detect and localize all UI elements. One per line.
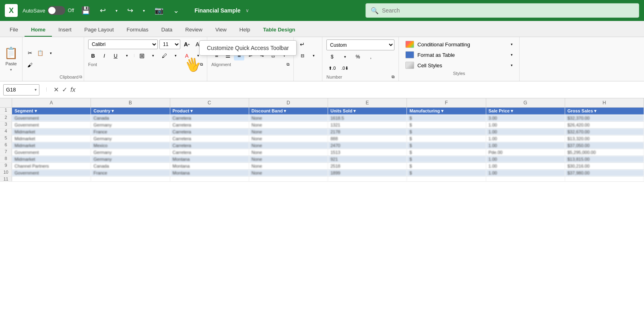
- number-group-label: Number: [326, 75, 342, 79]
- underline-dropdown-button[interactable]: ▾: [122, 51, 132, 60]
- currency-button[interactable]: $: [326, 52, 338, 62]
- ribbon-tabs: File Home Insert Page Layout Formulas Da…: [0, 21, 644, 37]
- autosave-state: Off: [68, 8, 74, 13]
- font-dialog-icon[interactable]: ⧉: [200, 62, 203, 67]
- clipboard-dialog-icon[interactable]: ⧉: [79, 75, 82, 79]
- redo-button[interactable]: ↪: [125, 4, 136, 17]
- number-dialog-icon[interactable]: ⧉: [392, 75, 394, 79]
- table-row: 11: [0, 177, 644, 182]
- confirm-formula-icon[interactable]: ✓: [62, 86, 67, 93]
- table-header-row: 1 Segment ▾ Country ▾ Product ▾ Discount…: [0, 108, 644, 115]
- formula-bar: G18 ▾ ⋮ ✕ ✓ fx: [0, 81, 644, 98]
- tab-data[interactable]: Data: [155, 23, 179, 37]
- search-box[interactable]: 🔍: [365, 3, 639, 18]
- tab-view[interactable]: View: [209, 23, 233, 37]
- table-row: 9 Channel Partners Canada Montana None 2…: [0, 163, 644, 170]
- underline-button[interactable]: U: [111, 51, 120, 60]
- title-bar: X AutoSave Off 💾 ↩ ▾ ↪ ▾ 📷 ⌄ Financial S…: [0, 0, 644, 21]
- font-size-select[interactable]: 11: [159, 39, 180, 49]
- tooltip-popup: Customize Quick Access Toolbar: [199, 40, 297, 56]
- tab-help[interactable]: Help: [233, 23, 257, 37]
- merge-center-button[interactable]: ⊟: [297, 51, 308, 60]
- cell-styles-label: Cell Styles: [417, 62, 442, 69]
- autosave-area: AutoSave Off: [23, 6, 74, 15]
- borders-button[interactable]: ⊞: [137, 51, 147, 60]
- clipboard-group: 📋 Paste ▾ ✂ 📋 ▾ 🖌: [0, 37, 84, 81]
- fat-icon: [405, 51, 414, 58]
- spreadsheet-area: A B C D E F G H 1 Segment ▾ Country ▾ Pr…: [0, 98, 644, 322]
- table-row: 5 Midmarket Germany Carretera None 888 $…: [0, 135, 644, 142]
- name-options-icon[interactable]: ⋮: [43, 85, 50, 94]
- alignment-group-label: Alignment: [211, 62, 231, 67]
- cell-reference-box[interactable]: G18 ▾: [3, 84, 39, 96]
- formula-input[interactable]: [78, 84, 641, 96]
- ribbon: 📋 Paste ▾ ✂ 📋 ▾ 🖌: [0, 37, 644, 81]
- alignment-dialog-icon[interactable]: ⧉: [287, 62, 289, 67]
- percent-button[interactable]: %: [352, 52, 363, 62]
- camera-button[interactable]: 📷: [152, 4, 166, 17]
- italic-button[interactable]: I: [99, 51, 109, 60]
- fill-dropdown-button[interactable]: ▾: [171, 51, 180, 60]
- styles-group-label: Styles: [403, 71, 515, 76]
- column-headers: A B C D E F G H: [0, 98, 644, 108]
- cs-icon: [405, 62, 414, 69]
- cut-button[interactable]: ✂: [25, 48, 35, 58]
- font-group-label: Font: [88, 62, 97, 67]
- insert-function-icon[interactable]: fx: [70, 86, 75, 93]
- table-row: 3 Government Germany Carretera None 1321…: [0, 122, 644, 129]
- font-name-select[interactable]: Calibri: [88, 39, 158, 49]
- tab-page-layout[interactable]: Page Layout: [78, 23, 120, 37]
- table-row: 2 Government Canada Carretera None 1618.…: [0, 115, 644, 122]
- number-format-select[interactable]: Custom: [326, 39, 394, 50]
- save-button[interactable]: 💾: [79, 4, 93, 17]
- table-row: 4 Midmarket France Carretera None 2178 $…: [0, 129, 644, 135]
- format-as-table-button[interactable]: Format as Table ▾: [403, 50, 515, 60]
- undo-dropdown-button[interactable]: ▾: [113, 7, 120, 15]
- paste-icon: 📋: [4, 46, 18, 60]
- excel-logo: X: [5, 4, 18, 17]
- tab-file[interactable]: File: [3, 23, 25, 37]
- tab-review[interactable]: Review: [179, 23, 209, 37]
- tab-home[interactable]: Home: [25, 23, 52, 37]
- tab-table-design[interactable]: Table Design: [257, 23, 302, 37]
- styles-group: Conditional Formatting ▾ Format as Table…: [399, 37, 520, 81]
- redo-dropdown-button[interactable]: ▾: [140, 7, 147, 15]
- tooltip-text: Customize Quick Access Toolbar: [207, 45, 289, 51]
- decimal-decrease-button[interactable]: .0⬇: [339, 63, 351, 73]
- number-group: Custom $ ▾ % , ⬆.0 .0⬇ Number ⧉: [322, 37, 399, 81]
- paste-button[interactable]: 📋 Paste ▾: [0, 37, 23, 81]
- search-icon: 🔍: [371, 7, 379, 15]
- autosave-toggle[interactable]: [47, 6, 65, 15]
- copy-button[interactable]: 📋: [35, 48, 45, 58]
- undo-button[interactable]: ↩: [97, 4, 108, 17]
- conditional-formatting-label: Conditional Formatting: [417, 42, 470, 48]
- borders-dropdown-button[interactable]: ▾: [148, 51, 158, 60]
- comma-button[interactable]: ,: [365, 52, 376, 62]
- increase-font-button[interactable]: A+: [182, 39, 192, 49]
- fill-color-button[interactable]: 🖊: [159, 51, 169, 60]
- table-row: 8 Midmarket Germany Montana None 921 $ 1…: [0, 156, 644, 163]
- bold-button[interactable]: B: [88, 51, 98, 60]
- copy-dropdown-button[interactable]: ▾: [46, 48, 56, 58]
- currency-dropdown[interactable]: ▾: [339, 52, 351, 62]
- search-input[interactable]: [382, 7, 634, 14]
- toggle-knob: [48, 7, 56, 14]
- wrap-text-btn2[interactable]: ↵: [297, 39, 308, 49]
- font-color-button[interactable]: A: [182, 51, 192, 60]
- decimal-increase-button[interactable]: ⬆.0: [326, 63, 338, 73]
- cell-styles-button[interactable]: Cell Styles ▾: [403, 60, 515, 70]
- table-row: 7 Government Germany Carretera None 1513…: [0, 149, 644, 156]
- tab-formulas[interactable]: Formulas: [120, 23, 155, 37]
- merge-center-dropdown[interactable]: ▾: [308, 51, 319, 60]
- font-group: Calibri 11 A+ A- B I U ▾ ⊞ ▾ 🖊 ▾ A ▾ Fon…: [84, 37, 207, 81]
- document-title: Financial Sample: [194, 7, 240, 14]
- cf-icon: [405, 41, 414, 48]
- more-commands-button[interactable]: ⌄: [171, 4, 182, 17]
- wrap-group: ↵ ⊟ ▾: [294, 37, 322, 81]
- cancel-formula-icon[interactable]: ✕: [54, 86, 59, 93]
- paste-label: Paste: [5, 61, 17, 66]
- conditional-formatting-button[interactable]: Conditional Formatting ▾: [403, 39, 515, 49]
- tab-insert[interactable]: Insert: [52, 23, 78, 37]
- format-painter-button[interactable]: 🖌: [25, 60, 35, 70]
- autosave-label: AutoSave: [23, 8, 45, 14]
